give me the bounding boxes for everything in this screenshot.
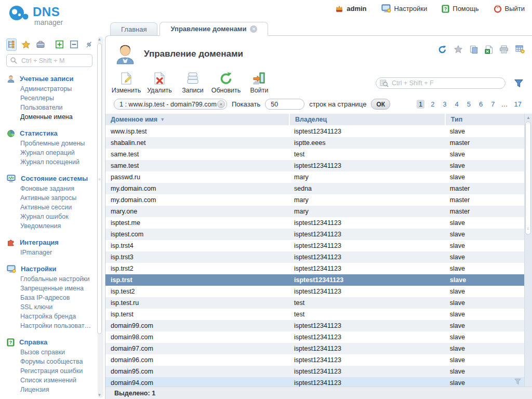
sidebar-item[interactable]: SSL ключи [0, 302, 97, 312]
table-row[interactable]: isp.test2isptest12341123slave [105, 286, 524, 297]
sidebar-item[interactable]: Журнал посещений [0, 157, 97, 167]
column-header[interactable]: Доменное имя▼ [105, 114, 289, 125]
table-row[interactable]: isp.test.rutestslave [105, 297, 524, 309]
table-row[interactable]: domain99.comisptest12341123slave [105, 320, 524, 331]
sidebar-item[interactable]: Журнал операций [0, 148, 97, 157]
star-gold-button[interactable] [21, 38, 31, 51]
sidebar-item[interactable]: Глобальные настройки [0, 274, 97, 284]
scroll-up-icon[interactable]: ▲ [525, 115, 532, 120]
sidebar-item[interactable]: Доменные имена [0, 112, 97, 122]
sidebar-item[interactable]: Настройки пользоват… [0, 321, 97, 330]
table-row[interactable]: shabalin.netisptte.eeesmaster [105, 137, 524, 149]
table-row[interactable]: domain96.comisptest12341123slave [105, 354, 524, 366]
toolbar-edit-button[interactable]: Изменить [110, 71, 143, 94]
pagination-page[interactable]: 1 [417, 100, 424, 109]
refresh-blue-icon[interactable] [438, 45, 447, 54]
plus-box-button[interactable] [55, 38, 65, 51]
table-row[interactable]: domain94.comisptest12341123slave [105, 377, 524, 387]
table-row[interactable]: my.domain.commarymaster [105, 194, 524, 206]
sidebar-item[interactable]: Пользователи [0, 103, 97, 112]
sidebar-item[interactable]: Вызов справки [0, 348, 97, 357]
logo[interactable]: DNS manager [8, 4, 63, 26]
user-menu[interactable]: admin [335, 5, 366, 13]
table-row[interactable]: same.testtestslave [105, 149, 524, 160]
briefcase-button[interactable] [36, 38, 46, 51]
sidebar-item[interactable]: Фоновые задания [0, 184, 97, 193]
sidebar-section-header[interactable]: Интеграция [0, 237, 97, 248]
sidebar-section-header[interactable]: Настройки [0, 263, 97, 274]
printer-icon[interactable] [499, 45, 509, 54]
table-row[interactable]: isptest.meisptest12341123slave [105, 217, 524, 229]
sidebar-item[interactable]: База IP-адресов [0, 293, 97, 302]
table-row[interactable]: passwd.rumaryslave [105, 171, 524, 183]
toolbar-login-button[interactable]: Войти [243, 71, 276, 94]
sidebar-search-input[interactable] [20, 57, 89, 65]
table-row[interactable]: my.domain.comsednamaster [105, 183, 524, 194]
sidebar-scrollbar-thumb[interactable]: ≡ [97, 43, 102, 334]
sidebar-item[interactable]: Настройка бренда [0, 312, 97, 321]
sidebar-item[interactable]: Активные сессии [0, 203, 97, 212]
settings-menu[interactable]: Настройки [381, 4, 428, 13]
sidebar-item[interactable]: Лицензия [0, 385, 97, 394]
sidebar-item[interactable]: Уведомления [0, 221, 97, 231]
pagination-page[interactable]: 5 [465, 100, 473, 109]
table-row[interactable]: same.testisptest12341123slave [105, 160, 524, 171]
pagination-page[interactable]: 17 [512, 100, 524, 109]
table-row[interactable]: isp.tersttestslave [105, 309, 524, 320]
scroll-down-icon[interactable]: ▼ [97, 393, 102, 397]
sidebar-item[interactable]: Список изменений [0, 376, 97, 385]
table-scrollbar-thumb[interactable]: ≡ [525, 122, 531, 235]
table-row[interactable]: isptest.comisptest12341123slave [105, 229, 524, 240]
column-header[interactable]: Владелец [289, 114, 445, 125]
logout-menu[interactable]: Выйти [494, 5, 525, 13]
tab-home[interactable]: Главная [110, 22, 157, 35]
sidebar-section-header[interactable]: Учетные записи [0, 73, 97, 84]
sidebar-item[interactable]: Администраторы [0, 84, 97, 94]
sidebar-section-header[interactable]: ?Справка [0, 337, 97, 348]
sidebar-item[interactable]: Проблемные домены [0, 139, 97, 148]
funnel-grey-icon[interactable] [514, 378, 522, 385]
funnel-filter-icon[interactable] [514, 79, 524, 88]
sidebar-section-header[interactable]: Состояние системы [0, 173, 97, 184]
table-row[interactable]: isp.trst3isptest12341123slave [105, 251, 524, 263]
scroll-up-icon[interactable]: ▲ [97, 37, 102, 42]
table-row[interactable]: domain95.comisptest12341123slave [105, 366, 524, 377]
copy-page-icon[interactable] [470, 45, 478, 54]
sidebar-item[interactable]: Активные запросы [0, 193, 97, 203]
toolbar-refresh-button[interactable]: Обновить [209, 71, 243, 94]
pagination-page[interactable]: 6 [477, 100, 485, 109]
sidebar-section-header[interactable]: Статистика [0, 128, 97, 139]
tab-domains[interactable]: Управление доменами✕ [159, 22, 268, 36]
sidebar-item[interactable]: Реселлеры [0, 94, 97, 103]
minus-box-button[interactable] [69, 38, 79, 51]
ok-button[interactable]: ОК [371, 99, 390, 110]
sidebar-item[interactable]: Журнал ошибок [0, 212, 97, 221]
table-row[interactable]: domain98.comisptest12341123slave [105, 331, 524, 343]
sidebar-item[interactable]: IPmanager [0, 248, 97, 257]
sidebar-item[interactable]: Регистрация ошибки [0, 366, 97, 376]
pagination-page[interactable]: 4 [453, 100, 461, 109]
table-row[interactable]: www.isp.testisptest12341123slave [105, 126, 524, 137]
toolbar-delete-button[interactable]: Удалить [143, 71, 176, 94]
pagination-page[interactable]: 2 [429, 100, 436, 109]
table-row[interactable]: isp.trst2isptest12341123slave [105, 263, 524, 274]
column-header[interactable]: Тип [445, 114, 524, 125]
pin-button[interactable] [84, 38, 94, 51]
table-row[interactable]: mary.onemarymaster [105, 206, 524, 217]
sidebar-item[interactable]: Запрещенные имена [0, 284, 97, 293]
sidebar-item[interactable]: Форумы сообщества [0, 357, 97, 366]
table-row[interactable]: domain97.comisptest12341123slave [105, 343, 524, 354]
filter-input[interactable] [391, 79, 500, 87]
table-row[interactable]: isp.trst4isptest12341123slave [105, 240, 524, 251]
rows-per-page-input[interactable] [265, 99, 304, 110]
table-settings-icon[interactable] [515, 45, 525, 54]
pagination-page[interactable]: 3 [441, 100, 448, 109]
toolbar-records-button[interactable]: Записи [176, 71, 209, 94]
excel-export-icon[interactable] [485, 45, 493, 54]
star-grey-icon[interactable] [454, 45, 463, 54]
tree-view-button[interactable] [6, 38, 17, 51]
help-menu[interactable]: ? Помощь [442, 5, 478, 13]
pagination-page[interactable]: 7 [489, 100, 497, 109]
domain-select[interactable]: 1 : www.isp.test - domain799.com ▼ [114, 99, 227, 110]
table-row[interactable]: isp.trstisptest12341123slave [105, 274, 524, 286]
